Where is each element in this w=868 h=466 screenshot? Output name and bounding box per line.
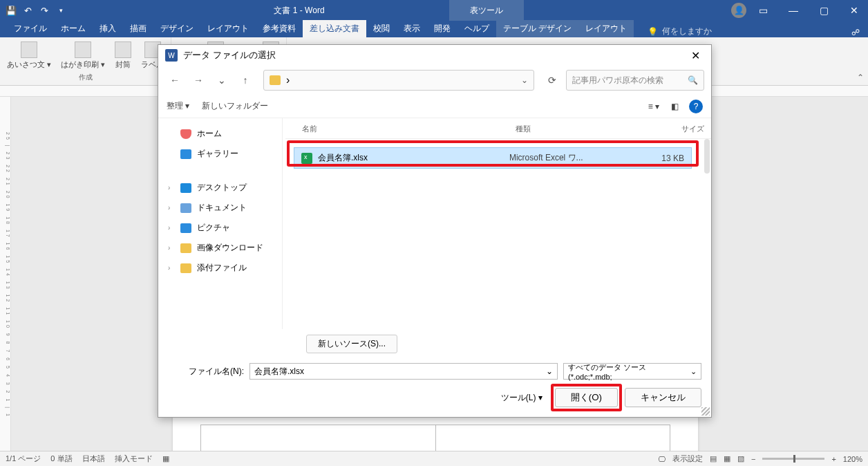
view-mode-button[interactable]: ≡ ▾ <box>648 100 660 113</box>
zoom-level[interactable]: 120% <box>843 455 862 463</box>
tab-insert[interactable]: 挿入 <box>93 20 123 37</box>
nav-up-button[interactable]: ↑ <box>236 71 255 90</box>
envelope-button[interactable]: 封筒 <box>112 40 134 73</box>
status-bar: 1/1 ページ 0 単語 日本語 挿入モード ▦ 🖵 表示設定 ▤ ▦ ▧ − … <box>0 451 868 466</box>
contextual-tab-title: 表ツール <box>449 0 524 21</box>
organize-menu[interactable]: 整理 ▾ <box>167 100 189 112</box>
cancel-button[interactable]: キャンセル <box>625 388 701 407</box>
display-settings-icon[interactable]: 🖵 <box>658 455 666 463</box>
gallery-icon <box>180 149 191 159</box>
display-settings-label[interactable]: 表示設定 <box>672 454 703 464</box>
dialog-toolbar: 整理 ▾ 新しいフォルダー ≡ ▾ ◧ ? <box>158 95 711 118</box>
ribbon-tabs: ファイル ホーム 挿入 描画 デザイン レイアウト 参考資料 差し込み文書 校閲… <box>0 21 868 37</box>
ribbon-collapse-icon[interactable]: ⌃ <box>857 73 864 82</box>
ruler-vertical[interactable]: 25 | 23 22 21 20 19 18 17 16 15 14 13 12… <box>0 97 11 451</box>
document-title: 文書 1 - Word <box>274 5 324 17</box>
redo-icon[interactable]: ↷ <box>39 5 50 16</box>
sidebar-item-document[interactable]: ›ドキュメント <box>161 198 279 218</box>
tab-draw[interactable]: 描画 <box>123 20 153 37</box>
status-lang[interactable]: 日本語 <box>82 454 105 464</box>
maximize-button[interactable]: ▢ <box>810 0 838 21</box>
file-row[interactable]: 会員名簿.xlsx Microsoft Excel ワ... 13 KB <box>294 147 692 169</box>
sidebar-label-home: ホーム <box>197 128 222 140</box>
dialog-sidebar: ホーム ギャラリー ›デスクトップ ›ドキュメント ›ピクチャ ›画像ダウンロー… <box>158 118 283 329</box>
status-mode[interactable]: 挿入モード <box>115 454 153 464</box>
ribbon-group-create: あいさつ文 ▾ はがき印刷 ▾ 封筒 ラベル 作成 <box>0 37 171 85</box>
column-size[interactable]: サイズ <box>649 124 704 134</box>
dialog-close-button[interactable]: ✕ <box>687 49 704 62</box>
help-button[interactable]: ? <box>689 100 703 113</box>
status-page[interactable]: 1/1 ページ <box>6 454 41 464</box>
sidebar-item-attach[interactable]: ›添付ファイル <box>161 258 279 278</box>
tab-view[interactable]: 表示 <box>397 20 427 37</box>
view-web-icon[interactable]: ▧ <box>737 454 744 463</box>
tab-review[interactable]: 校閲 <box>366 20 397 37</box>
filename-dropdown-icon[interactable]: ⌄ <box>546 366 553 376</box>
view-print-icon[interactable]: ▦ <box>724 454 730 463</box>
zoom-out-button[interactable]: − <box>751 455 755 463</box>
qat-customize-icon[interactable]: ▾ <box>55 5 66 16</box>
nav-back-button[interactable]: ← <box>165 71 185 90</box>
tab-table-layout[interactable]: レイアウト <box>578 20 634 37</box>
tab-help[interactable]: ヘルプ <box>457 20 496 37</box>
refresh-button[interactable]: ⟳ <box>542 71 562 90</box>
save-icon[interactable]: 💾 <box>6 5 17 16</box>
lightbulb-icon: 💡 <box>648 27 658 37</box>
dialog-title: データ ファイルの選択 <box>183 49 276 62</box>
sidebar-item-home[interactable]: ホーム <box>161 124 279 144</box>
filename-input[interactable]: 会員名簿.xlsx ⌄ <box>249 363 558 380</box>
greeting-button[interactable]: あいさつ文 ▾ <box>4 40 54 73</box>
tab-home[interactable]: ホーム <box>54 20 93 37</box>
dialog-body: ホーム ギャラリー ›デスクトップ ›ドキュメント ›ピクチャ ›画像ダウンロー… <box>158 118 711 329</box>
ribbon-options-icon[interactable]: ▭ <box>749 0 777 21</box>
sidebar-item-gallery[interactable]: ギャラリー <box>161 144 279 164</box>
column-type[interactable]: 種類 <box>516 124 649 134</box>
search-box[interactable]: 記事用パワポ原本の検索 🔍 <box>566 70 704 91</box>
tools-menu[interactable]: ツール(L) ▾ <box>501 392 542 404</box>
resize-grip[interactable] <box>701 407 710 416</box>
nav-recent-button[interactable]: ⌄ <box>212 71 232 90</box>
address-dropdown-icon[interactable]: ⌄ <box>521 75 528 85</box>
preview-pane-button[interactable]: ◧ <box>668 100 681 113</box>
nav-forward-button[interactable]: → <box>189 71 208 90</box>
new-source-button[interactable]: 新しいソース(S)... <box>306 335 397 353</box>
minimize-button[interactable]: — <box>780 0 807 21</box>
share-icon[interactable]: ☍ <box>851 28 860 37</box>
folder-icon <box>270 75 281 85</box>
file-filter-select[interactable]: すべてのデータ ソース (*.odc;*.mdb; ⌄ <box>563 363 701 380</box>
column-name[interactable]: 名前 <box>302 124 516 134</box>
tab-layout[interactable]: レイアウト <box>200 20 256 37</box>
tab-references[interactable]: 参考資料 <box>256 20 303 37</box>
user-avatar[interactable]: 👤 <box>731 3 746 18</box>
zoom-slider[interactable] <box>762 458 824 460</box>
sidebar-item-picture[interactable]: ›ピクチャ <box>161 218 279 238</box>
close-button[interactable]: ✕ <box>840 0 868 21</box>
file-list-scrollbar[interactable] <box>704 139 710 174</box>
sidebar-item-imgdl[interactable]: ›画像ダウンロード <box>161 238 279 258</box>
sidebar-label-document: ドキュメント <box>197 202 247 214</box>
folder-icon <box>180 243 191 253</box>
undo-icon[interactable]: ↶ <box>22 5 33 16</box>
open-button[interactable]: 開く(O) <box>555 388 618 407</box>
tell-me-search[interactable]: 💡 何をしますか <box>648 26 712 37</box>
tab-developer[interactable]: 開発 <box>427 20 457 37</box>
dialog-nav: ← → ⌄ ↑ › ⌄ ⟳ 記事用パワポ原本の検索 🔍 <box>158 66 711 95</box>
sidebar-label-imgdl: 画像ダウンロード <box>197 242 263 254</box>
document-icon <box>180 203 191 213</box>
zoom-in-button[interactable]: + <box>831 455 836 463</box>
file-picker-dialog: W データ ファイルの選択 ✕ ← → ⌄ ↑ › ⌄ ⟳ 記事用パワポ原本の検… <box>158 44 712 418</box>
address-bar[interactable]: › ⌄ <box>263 70 534 91</box>
tab-mailings[interactable]: 差し込み文書 <box>303 20 366 37</box>
folder-icon <box>180 263 191 273</box>
sidebar-item-desktop[interactable]: ›デスクトップ <box>161 178 279 198</box>
tab-table-design[interactable]: テーブル デザイン <box>496 20 578 37</box>
status-words[interactable]: 0 単語 <box>50 454 72 464</box>
tab-design[interactable]: デザイン <box>153 20 200 37</box>
group-create-label: 作成 <box>79 73 93 82</box>
tab-file[interactable]: ファイル <box>7 20 54 37</box>
view-readmode-icon[interactable]: ▤ <box>710 454 717 463</box>
status-macro-icon[interactable]: ▦ <box>162 454 169 463</box>
hagaki-button[interactable]: はがき印刷 ▾ <box>58 40 108 73</box>
new-folder-button[interactable]: 新しいフォルダー <box>202 100 268 112</box>
file-columns-header: 名前 種類 サイズ <box>285 121 711 139</box>
